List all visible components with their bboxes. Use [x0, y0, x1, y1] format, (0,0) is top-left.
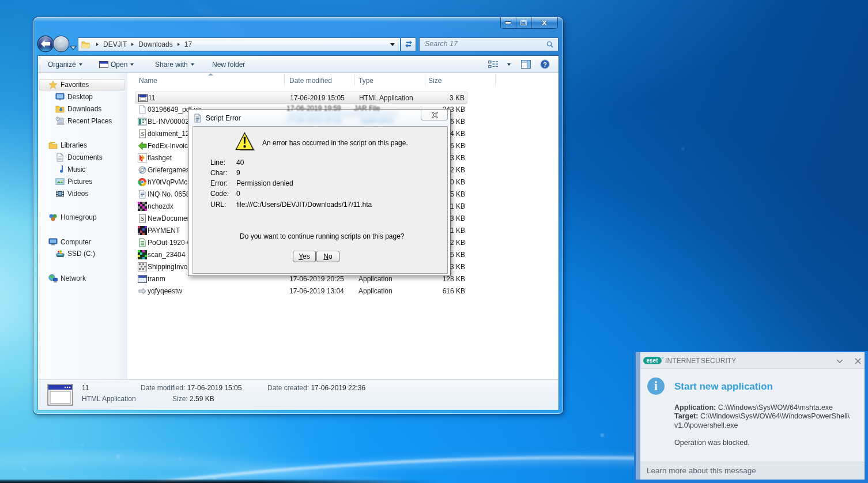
svg-text:eset: eset: [646, 357, 658, 364]
svg-text:S: S: [141, 215, 144, 222]
svg-text:S: S: [141, 130, 144, 137]
svg-text:?: ?: [543, 61, 547, 68]
